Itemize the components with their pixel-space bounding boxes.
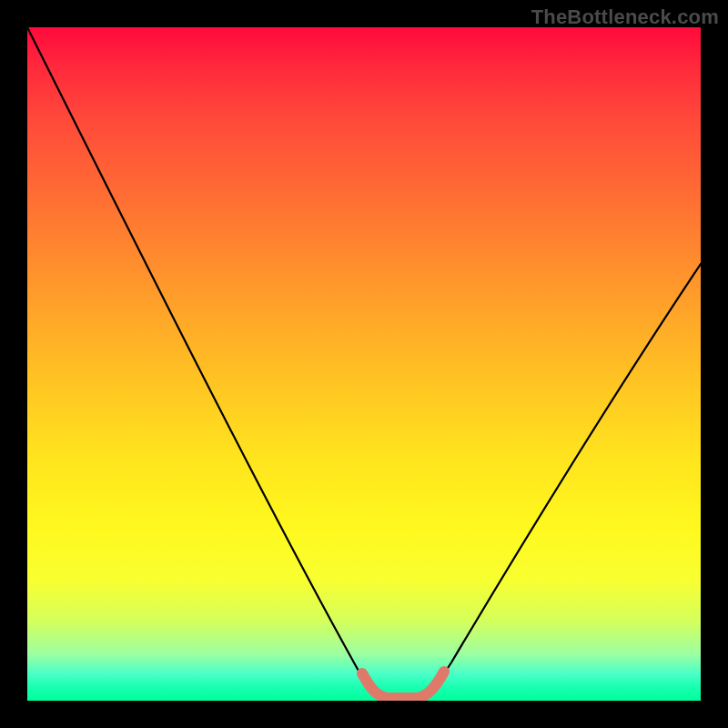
curve-main bbox=[27, 27, 701, 697]
plot-area bbox=[27, 27, 701, 701]
watermark-text: TheBottleneck.com bbox=[531, 5, 719, 29]
chart-frame: TheBottleneck.com bbox=[0, 0, 728, 728]
bottleneck-curve bbox=[27, 27, 701, 701]
curve-flat-bottom bbox=[362, 672, 444, 698]
